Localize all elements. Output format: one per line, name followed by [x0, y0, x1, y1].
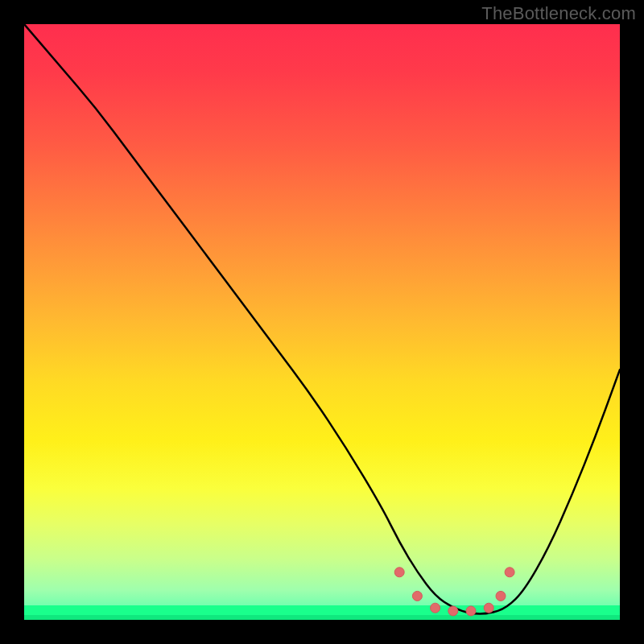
plot-area — [24, 24, 620, 620]
optimal-marker — [466, 606, 476, 616]
optimal-marker — [448, 606, 458, 616]
optimal-marker — [431, 603, 440, 613]
optimal-marker — [412, 591, 422, 601]
watermark-text: TheBottleneck.com — [481, 3, 636, 24]
optimal-range-markers — [394, 568, 514, 616]
curve-layer — [24, 24, 620, 620]
optimal-marker — [496, 591, 506, 601]
chart-frame: TheBottleneck.com — [0, 0, 644, 644]
optimal-marker — [505, 568, 514, 577]
bottleneck-curve — [24, 24, 620, 614]
optimal-marker — [484, 603, 493, 613]
optimal-marker — [394, 568, 404, 577]
